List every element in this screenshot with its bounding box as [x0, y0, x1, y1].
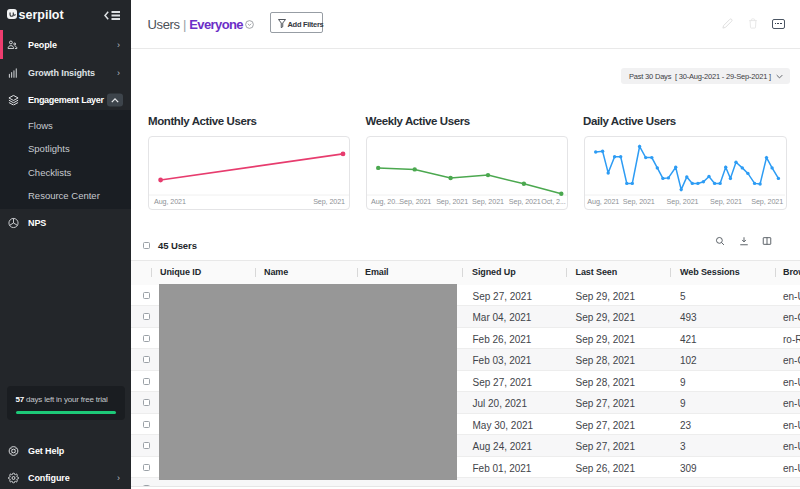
svg-text:Sep, 2021: Sep, 2021	[710, 196, 742, 205]
svg-text:Sep, 2021: Sep, 2021	[399, 196, 431, 205]
svg-text:Sep, 2021: Sep, 2021	[667, 196, 699, 205]
svg-text:Aug, 20...: Aug, 20...	[371, 196, 401, 205]
svg-text:Sep, 2021: Sep, 2021	[436, 196, 468, 205]
svg-text:Sep, 2021: Sep, 2021	[751, 196, 783, 205]
svg-text:Sep, 2021: Sep, 2021	[623, 196, 655, 205]
svg-text:Sep, 2021: Sep, 2021	[313, 196, 345, 205]
svg-text:Sep, 2021: Sep, 2021	[472, 196, 504, 205]
svg-text:Oct, 2...: Oct, 2...	[541, 196, 565, 205]
svg-text:Aug, 2021: Aug, 2021	[587, 196, 619, 205]
svg-text:Aug, 2021: Aug, 2021	[154, 196, 186, 205]
svg-text:Sep, 2021: Sep, 2021	[508, 196, 540, 205]
